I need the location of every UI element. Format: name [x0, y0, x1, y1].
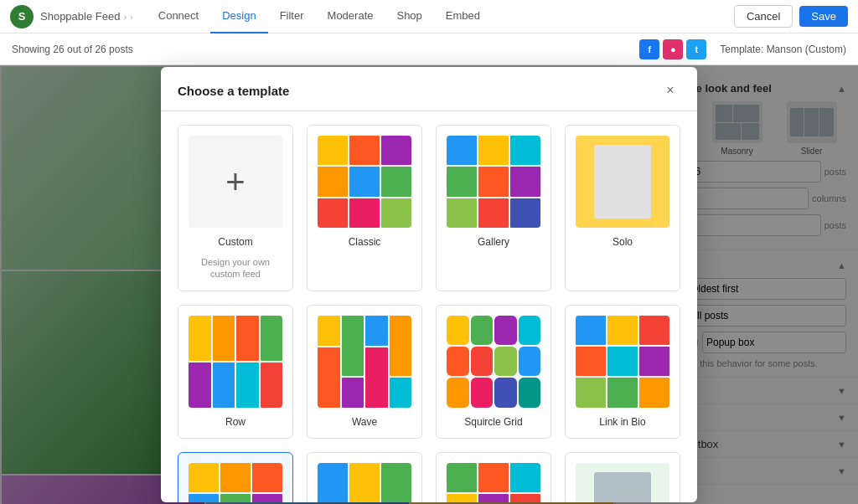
lib-inner	[576, 316, 669, 408]
template-card-bottom3[interactable]	[436, 452, 551, 502]
template-card-linkinbio[interactable]: Link in Bio	[565, 305, 680, 439]
bottom3-preview	[447, 463, 540, 502]
tab-filter[interactable]: Filter	[268, 0, 316, 33]
tab-design[interactable]: Design	[210, 0, 267, 33]
row-cell-2	[213, 316, 235, 361]
template-card-solo[interactable]: Solo	[565, 125, 680, 291]
b1-3	[252, 463, 282, 492]
template-card-bottom1[interactable]	[178, 452, 293, 502]
lib-6	[639, 347, 669, 376]
sq-6	[471, 347, 494, 376]
classic-cell-3	[381, 136, 411, 165]
gallery-cell-8	[478, 198, 509, 228]
sq-11	[494, 378, 517, 407]
row-cell-6	[213, 363, 235, 408]
sq-7	[494, 347, 517, 376]
gallery-cell-9	[510, 198, 540, 228]
b3-1	[447, 463, 477, 492]
bottom4-preview	[576, 463, 669, 502]
facebook-icon: f	[639, 39, 659, 59]
lib-8	[607, 378, 638, 407]
sq-10	[471, 378, 494, 407]
sq-1	[447, 316, 469, 345]
b3-5	[478, 494, 509, 502]
gallery-cell-4	[447, 167, 477, 196]
template-card-wave[interactable]: Wave	[307, 305, 422, 439]
lib-3	[639, 316, 669, 345]
custom-plus-icon: +	[225, 165, 245, 198]
template-card-bottom4[interactable]	[565, 452, 680, 502]
platform-icons: f ● t	[639, 39, 706, 59]
row-inner	[189, 316, 282, 408]
b3-6	[510, 494, 540, 502]
bottom3-grid	[447, 463, 540, 502]
tab-connect[interactable]: Connect	[147, 0, 210, 33]
lib-7	[576, 378, 606, 407]
save-button[interactable]: Save	[799, 6, 848, 27]
template-card-custom[interactable]: + Custom Design your own custom feed	[178, 125, 293, 291]
b2-cell-1	[318, 463, 348, 502]
template-card-squircle[interactable]: Squircle Grid	[436, 305, 551, 439]
b1-6	[252, 494, 282, 502]
breadcrumb: Shoppable Feed › ›	[40, 10, 133, 23]
classic-name: Classic	[349, 236, 381, 248]
bottom2-inner	[318, 463, 411, 502]
classic-cell-7	[318, 198, 348, 228]
gallery-cell-5	[478, 167, 509, 196]
modal-body[interactable]: + Custom Design your own custom feed	[161, 111, 697, 502]
wave-preview	[318, 316, 411, 408]
b2-cell-3	[381, 463, 411, 502]
template-card-bottom2[interactable]	[307, 452, 422, 502]
row-cell-8	[261, 363, 283, 408]
sub-bar: Showing 26 out of 26 posts f ● t Templat…	[0, 33, 858, 65]
classic-cell-2	[349, 136, 380, 165]
classic-cell-1	[318, 136, 348, 165]
sq-12	[519, 378, 541, 407]
classic-cell-5	[349, 167, 380, 196]
lib-1	[576, 316, 606, 345]
bottom4-inner	[576, 463, 669, 502]
lib-5	[607, 347, 638, 376]
post-count: Showing 26 out of 26 posts	[12, 44, 133, 55]
template-grid-row3	[178, 452, 680, 502]
bottom1-grid	[189, 463, 282, 502]
b1-5	[220, 494, 251, 502]
custom-preview: +	[189, 136, 282, 228]
template-grid-row2: Row	[178, 305, 680, 439]
row-name: Row	[225, 416, 246, 428]
gallery-preview	[447, 136, 540, 228]
tab-shop[interactable]: Shop	[385, 0, 433, 33]
solo-name: Solo	[612, 236, 633, 248]
sub-bar-right: f ● t Template: Manson (Custom)	[639, 39, 846, 59]
row-strip-2	[189, 363, 282, 408]
top-nav: S Shoppable Feed › › Connect Design Filt…	[0, 0, 858, 33]
template-card-classic[interactable]: Classic	[307, 125, 422, 291]
sq-5	[447, 347, 469, 376]
tab-moderate[interactable]: Moderate	[316, 0, 385, 33]
solo-preview	[576, 136, 669, 228]
b3-4	[447, 494, 477, 502]
nav-actions: Cancel Save	[734, 5, 848, 28]
modal-title: Choose a template	[178, 84, 289, 98]
classic-cell-6	[381, 167, 411, 196]
row-cell-4	[261, 316, 283, 361]
breadcrumb-arrow: ›	[123, 12, 127, 22]
modal-close-button[interactable]: ×	[660, 80, 680, 100]
modal-header: Choose a template ×	[161, 67, 697, 111]
classic-cell-4	[318, 167, 348, 196]
row-strip-1	[189, 316, 282, 361]
classic-cell-8	[349, 198, 380, 228]
gallery-name: Gallery	[478, 236, 509, 248]
instagram-icon: ●	[663, 39, 683, 59]
b2-strip-1	[318, 463, 411, 502]
template-card-gallery[interactable]: Gallery	[436, 125, 551, 291]
template-grid-row1: + Custom Design your own custom feed	[178, 125, 680, 291]
b3-2	[478, 463, 509, 492]
row-cell-3	[236, 316, 259, 361]
modal-overlay[interactable]: Choose a template × + Custom Design your…	[0, 65, 858, 504]
squircle-inner	[447, 316, 540, 408]
cancel-button[interactable]: Cancel	[734, 5, 793, 28]
template-card-row[interactable]: Row	[178, 305, 293, 439]
custom-desc: Design your own custom feed	[189, 256, 282, 280]
tab-embed[interactable]: Embed	[434, 0, 492, 33]
